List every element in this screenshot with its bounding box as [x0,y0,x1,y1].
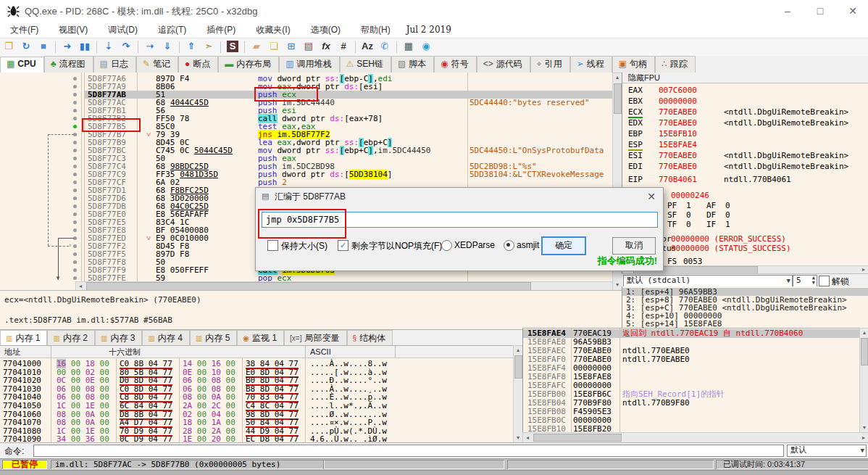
row-dot[interactable] [73,117,77,120]
tab-CPU[interactable]: ▦CPU [0,57,44,73]
tab-内存 3[interactable]: ▥内存 3 [95,330,142,345]
row-dot[interactable] [73,220,77,224]
comments-icon[interactable]: ❏ [266,39,282,54]
tab-SEH链[interactable]: ⚠SEH链 [340,56,391,73]
tab-句柄[interactable]: ▣句柄 [612,56,655,73]
tab-脚本[interactable]: ▧脚本 [391,56,434,73]
row-dot[interactable] [73,173,77,176]
arg-count-stepper[interactable]: 5 ▲▼ [793,275,817,287]
row-dot[interactable] [73,244,77,248]
row-dot[interactable] [73,109,77,112]
run-to-user-code-icon[interactable]: ⇑ [183,39,199,54]
menu-item[interactable]: 插件(P) [196,22,246,38]
row-dot[interactable] [73,101,77,104]
stack-vertical-scrollbar[interactable]: ▴ ▾ [859,328,868,434]
ok-button[interactable]: 确定 [541,236,586,255]
dump-row[interactable]: 7704103006 00 08 00C0 8D 04 7706 00 08 0… [0,385,513,393]
text-size-icon[interactable]: Az [359,39,375,54]
tab-内存 4[interactable]: ▥内存 4 [142,330,189,345]
pause-icon[interactable]: ▮▮ [77,39,93,54]
row-dot[interactable] [73,197,77,200]
tab-内存 5[interactable]: ▥内存 5 [190,330,237,345]
tab-内存 2[interactable]: ▥内存 2 [47,330,94,345]
menu-item[interactable]: 视图(V) [49,22,98,38]
row-dot[interactable] [73,141,77,144]
run-icon[interactable]: ➜ [59,39,75,54]
globe-icon[interactable]: ◉ [418,39,434,54]
tab-引用[interactable]: ⌖引用 [530,56,570,73]
functions-icon[interactable]: fx [318,39,334,54]
stack-horizontal-scrollbar[interactable]: ◂ ▸ [522,432,868,443]
labels-icon[interactable]: ⊞ [283,39,299,54]
tab-流程图[interactable]: ♣流程图 [44,56,93,73]
tab-结构体[interactable]: §结构体 [347,330,393,345]
tab-局部变量[interactable]: [x=]局部变量 [284,330,346,345]
tab-断点[interactable]: ●断点 [178,56,218,73]
row-dot[interactable] [73,189,77,192]
dialog-title-bar[interactable]: ▤ 汇编于 5D8F77AB ✕ [256,188,663,205]
menu-item[interactable]: 收藏夹(I) [246,22,300,38]
strings-icon[interactable]: S [227,41,238,52]
calling-convention-select[interactable]: 默认 (stdcall) ▼ [623,275,793,287]
tab-线程[interactable]: ➢线程 [570,56,612,73]
step-into-icon[interactable]: ⇣ [101,39,117,54]
dump-row[interactable]: 7704101000 00 02 0080 5B 04 770E 00 10 0… [0,368,513,376]
menu-item[interactable]: 文件(F) [0,22,49,38]
stop-icon[interactable]: ■ [36,39,51,54]
row-dot[interactable] [73,181,77,184]
fill-nop-checkbox[interactable]: ✓ [338,240,349,251]
row-dot[interactable] [73,157,77,160]
row-dot[interactable] [73,260,77,264]
row-dot[interactable] [73,252,77,256]
dump-row[interactable]: 7704104006 00 08 00C8 8D 04 7708 00 0A 0… [0,393,513,401]
argument-row[interactable]: 5: [esp+14] 15E8FAE8 [622,320,868,328]
minimize-button[interactable]: – [777,3,798,19]
row-dot[interactable] [73,93,77,96]
tab-笔记[interactable]: ✎笔记 [136,56,178,73]
open-file-icon[interactable]: ❐ [1,39,17,54]
hide-fpu-button[interactable]: 隐藏FPU [622,73,868,83]
cancel-button[interactable]: 取消 [612,237,656,255]
maximize-button[interactable]: □ [809,3,831,19]
tab-内存 1[interactable]: ▥内存 1 [0,330,47,345]
tab-监视 1[interactable]: ◉监视 1 [237,330,284,345]
row-dot[interactable] [73,149,77,152]
execute-till-return-icon[interactable]: ⇓ [159,39,175,54]
dump-row[interactable]: 770410200C 00 0E 00D0 8D 04 7706 00 08 0… [0,376,513,384]
dump-row[interactable]: 7704106008 00 0A 00D8 8B 04 7702 00 04 0… [0,410,513,418]
keep-size-checkbox[interactable] [267,240,278,251]
run-to-cursor-icon[interactable]: ⇢ [142,39,158,54]
asmjit-radio[interactable] [504,240,514,251]
arguments-pane[interactable]: 1: [esp+4] 96A59BB32: [esp+8] 770EABE0 <… [622,286,868,328]
tab-符号[interactable]: ◉符号 [434,56,476,73]
patches-icon[interactable]: ▰ [249,39,264,54]
row-dot[interactable] [73,276,77,280]
dump-row[interactable]: 7704107008 00 0A 00A4 D7 04 7718 00 1A 0… [0,418,513,426]
dump-row[interactable]: 770410501C 00 1E 006C 84 04 772A 00 2C 0… [0,402,513,410]
unlock-checkbox[interactable] [819,276,830,286]
command-input[interactable] [33,445,784,457]
restart-icon[interactable]: ↻ [18,39,34,54]
calculator-icon[interactable]: ▦ [401,39,417,54]
dump-row[interactable]: 7704100016 00 18 00C0 8B 04 7714 00 16 0… [0,360,513,368]
row-dot[interactable] [73,85,77,88]
tab-内存布局[interactable]: ▬内存布局 [218,56,279,73]
menu-item[interactable]: 选项(O) [301,22,351,38]
tab-日志[interactable]: ▤日志 [93,56,136,73]
row-dot[interactable] [73,205,77,208]
tab-调用堆栈[interactable]: ▥调用堆栈 [279,56,339,73]
xedparse-radio[interactable] [441,240,452,251]
menu-item[interactable]: 帮助(H) [351,22,401,38]
row-dot[interactable] [73,77,77,80]
row-dot[interactable] [73,212,77,216]
tab-跟踪[interactable]: ∴跟踪 [655,56,696,73]
menu-item[interactable]: 追踪(T) [148,22,196,38]
breakpoint-dot[interactable] [73,125,77,128]
dialog-close-icon[interactable]: ✕ [647,191,656,202]
close-button[interactable]: ✕ [842,3,864,19]
bookmarks-icon[interactable]: ▤ [301,39,317,54]
command-profile-select[interactable]: 默认 ▼ [787,445,867,457]
step-user-icon[interactable]: ➣ [201,39,217,54]
step-over-icon[interactable]: ↷ [118,39,134,54]
row-dot[interactable] [73,268,77,272]
